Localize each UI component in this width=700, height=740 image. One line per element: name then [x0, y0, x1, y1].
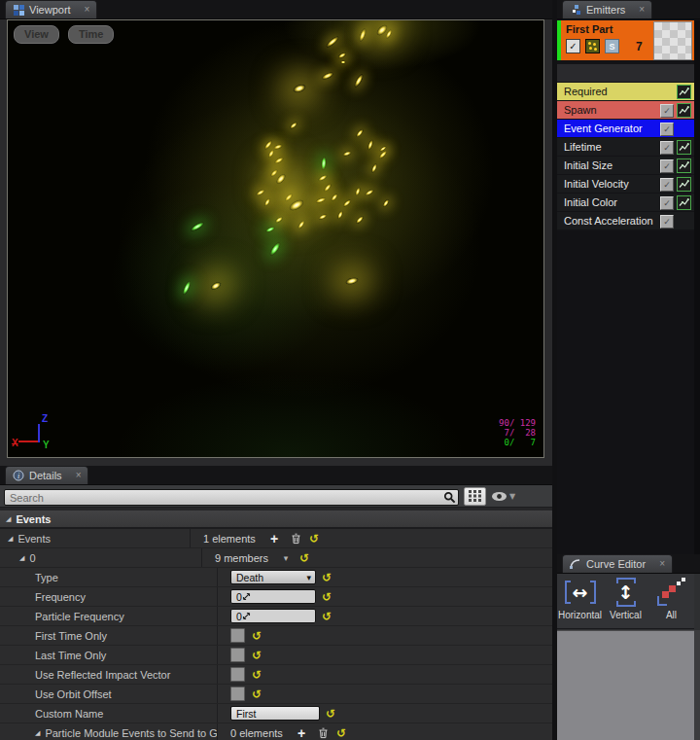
- module-spawn[interactable]: Spawn✓: [557, 101, 694, 119]
- reset-to-default-icon[interactable]: ↺: [319, 572, 334, 583]
- curve-icon[interactable]: [677, 85, 691, 99]
- first-time-only-checkbox[interactable]: [230, 628, 245, 643]
- reset-to-default-icon[interactable]: ↺: [306, 533, 322, 545]
- close-icon[interactable]: ×: [85, 5, 90, 15]
- module-enabled-checkbox[interactable]: ✓: [660, 196, 674, 210]
- emitters-scroll-gutter[interactable]: [694, 20, 700, 554]
- elements-count-text: 9 members: [215, 552, 275, 564]
- x-axis-label: X: [12, 438, 18, 448]
- tab-curve-editor[interactable]: Curve Editor ×: [562, 554, 673, 573]
- module-label: Const Acceleration: [564, 215, 653, 227]
- add-element-icon[interactable]: +: [263, 532, 285, 546]
- property-label: Particle Module Events to Send to Game: [45, 727, 218, 739]
- yellow-particle: [318, 174, 329, 182]
- tab-viewport[interactable]: Viewport ×: [5, 0, 97, 18]
- close-icon[interactable]: ×: [639, 5, 645, 15]
- module-initial-color[interactable]: Initial Color✓: [557, 194, 694, 211]
- expander-arrow-icon[interactable]: ◢: [8, 535, 13, 543]
- property-label: Events: [18, 533, 51, 545]
- reset-to-default-icon[interactable]: ↺: [319, 591, 334, 603]
- module-const-acceleration[interactable]: Const Acceleration✓: [557, 212, 694, 229]
- property-label-cell: Last Time Only: [0, 646, 218, 664]
- property-label-cell: Use Orbit Offset: [0, 685, 218, 703]
- viewport-icon: [13, 4, 24, 16]
- property-label-cell: ◢0: [0, 548, 202, 567]
- property-value-cell: 9 members▾↺: [202, 548, 312, 567]
- y-axis-label: Y: [43, 440, 50, 450]
- curve-icon[interactable]: [677, 195, 691, 210]
- reset-to-default-icon[interactable]: ↺: [249, 669, 264, 681]
- dropdown-caret-icon[interactable]: ▾: [275, 553, 297, 563]
- yellow-particle: [367, 139, 374, 151]
- time-button[interactable]: Time: [68, 25, 114, 44]
- expander-arrow-icon[interactable]: ◢: [19, 554, 24, 562]
- vertical-fit-button[interactable]: ↕Vertical: [604, 576, 648, 628]
- reset-to-default-icon[interactable]: ↺: [249, 650, 264, 661]
- emitters-empty-area[interactable]: [557, 231, 694, 554]
- curve-icon[interactable]: [677, 140, 691, 155]
- reset-to-default-icon[interactable]: ↺: [297, 552, 312, 564]
- expander-arrow-icon[interactable]: ◢: [6, 515, 11, 523]
- reset-to-default-icon[interactable]: ↺: [323, 708, 338, 720]
- reset-to-default-icon[interactable]: ↺: [249, 630, 264, 642]
- property-row-use-orbit-offset: Use Orbit Offset↺: [0, 685, 552, 704]
- emitter-header-first-part[interactable]: First Part ✓ S 7: [557, 20, 694, 60]
- close-icon[interactable]: ×: [659, 559, 665, 569]
- green-particle: [190, 221, 205, 232]
- curve-icon[interactable]: [677, 103, 691, 118]
- emitter-enabled-checkbox[interactable]: ✓: [566, 39, 580, 53]
- search-input[interactable]: [4, 489, 459, 506]
- view-options-button[interactable]: ▼: [491, 491, 515, 502]
- frequency-input[interactable]: 0: [230, 589, 316, 604]
- reset-to-default-icon[interactable]: ↺: [333, 727, 349, 739]
- reset-to-default-icon[interactable]: ↺: [249, 688, 264, 700]
- property-label-cell: First Time Only: [0, 626, 218, 645]
- use-reflected-impact-vector-checkbox[interactable]: [230, 667, 245, 682]
- all-fit-button[interactable]: All: [649, 576, 693, 628]
- curve-icon[interactable]: [677, 177, 691, 192]
- type-dropdown[interactable]: Death▾: [230, 570, 316, 584]
- module-enabled-checkbox[interactable]: ✓: [660, 123, 674, 136]
- curve-editor-scroll-gutter[interactable]: [694, 630, 700, 740]
- curve-editor-canvas[interactable]: [557, 630, 694, 740]
- property-matrix-button[interactable]: [464, 487, 486, 506]
- module-required[interactable]: Required: [557, 83, 694, 100]
- property-label: Particle Frequency: [35, 611, 124, 622]
- module-event-generator[interactable]: Event Generator✓: [557, 120, 694, 137]
- module-enabled-checkbox[interactable]: ✓: [660, 104, 674, 118]
- property-row-type: TypeDeath▾↺: [0, 568, 552, 587]
- viewport-3d-canvas[interactable]: ViewTime Z Y X 90/ 1297/ 280/ 7: [7, 19, 544, 458]
- details-search-row: ▼: [0, 485, 552, 508]
- module-initial-velocity[interactable]: Initial Velocity✓: [557, 175, 694, 193]
- burst-mode-icon[interactable]: [585, 39, 600, 53]
- category-header-events[interactable]: ◢Events: [0, 511, 552, 529]
- close-icon[interactable]: ×: [76, 471, 82, 480]
- green-particle: [321, 157, 327, 170]
- yellow-particle: [275, 172, 287, 185]
- add-element-icon[interactable]: +: [291, 726, 312, 740]
- yellow-particle: [345, 276, 359, 285]
- module-enabled-checkbox[interactable]: ✓: [660, 178, 674, 192]
- module-lifetime[interactable]: Lifetime✓: [557, 138, 694, 156]
- expander-arrow-icon[interactable]: ◢: [35, 729, 40, 737]
- tab-details[interactable]: i Details ×: [5, 466, 88, 484]
- delete-elements-icon[interactable]: [285, 533, 306, 545]
- particle-frequency-input[interactable]: 0: [230, 609, 316, 623]
- reset-to-default-icon[interactable]: ↺: [319, 611, 334, 622]
- emitter-material-thumbnail[interactable]: [653, 21, 692, 60]
- module-enabled-checkbox[interactable]: ✓: [660, 159, 674, 173]
- curve-icon[interactable]: [677, 159, 691, 173]
- chevron-down-icon: ▾: [306, 573, 311, 582]
- last-time-only-checkbox[interactable]: [230, 648, 245, 662]
- module-initial-size[interactable]: Initial Size✓: [557, 157, 694, 174]
- horizontal-fit-button[interactable]: ↔Horizontal: [558, 576, 602, 628]
- view-button[interactable]: View: [14, 25, 59, 44]
- custom-name-input[interactable]: First: [230, 706, 320, 721]
- use-orbit-offset-checkbox[interactable]: [230, 687, 245, 701]
- module-enabled-checkbox[interactable]: ✓: [660, 215, 674, 229]
- module-enabled-checkbox[interactable]: ✓: [660, 141, 674, 155]
- solo-button[interactable]: S: [605, 39, 619, 53]
- tab-emitters[interactable]: Emitters ×: [562, 0, 652, 18]
- delete-elements-icon[interactable]: [312, 727, 333, 739]
- green-particle: [265, 226, 276, 233]
